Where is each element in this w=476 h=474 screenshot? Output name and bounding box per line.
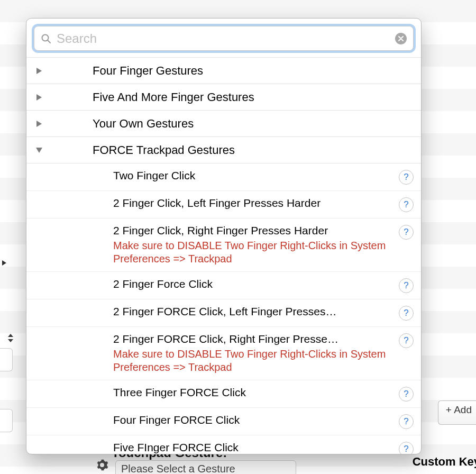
gear-icon[interactable] xyxy=(96,459,108,474)
help-icon[interactable]: ? xyxy=(399,333,414,348)
gesture-title: 2 Finger FORCE Click, Left Finger Presse… xyxy=(113,305,393,318)
force-gesture-list: Two Finger Click ? 2 Finger Click, Left … xyxy=(26,163,421,454)
help-icon[interactable]: ? xyxy=(399,414,414,429)
gesture-title: 2 Finger Click, Left Finger Presses Hard… xyxy=(113,197,393,209)
gesture-item[interactable]: 2 Finger Force Click ? xyxy=(26,271,421,299)
section-force-trackpad[interactable]: FORCE Trackpad Gestures xyxy=(26,136,421,163)
partial-control-box xyxy=(0,409,13,432)
add-button[interactable]: + Add xyxy=(438,400,476,425)
gesture-note: Make sure to DISABLE Two Finger Right-Cl… xyxy=(113,348,393,374)
left-panel-fragment xyxy=(0,0,16,474)
search-icon xyxy=(41,33,51,44)
gesture-item[interactable]: Three Finger FORCE Click ? xyxy=(26,380,421,407)
gesture-title: Five FInger FORCE Click xyxy=(113,441,393,454)
gesture-note: Make sure to DISABLE Two Finger Right-Cl… xyxy=(113,239,393,266)
gesture-title: 2 Finger Force Click xyxy=(113,278,393,290)
gesture-title: Four Finger FORCE Click xyxy=(113,414,393,426)
gesture-item[interactable]: Two Finger Click ? xyxy=(26,163,421,190)
gesture-title: Two Finger Click xyxy=(113,169,393,182)
gesture-item[interactable]: 2 Finger FORCE Click, Right Finger Press… xyxy=(26,326,421,380)
section-your-own[interactable]: Your Own Gestures xyxy=(26,110,421,136)
disclosure-triangle-icon[interactable] xyxy=(26,121,52,127)
help-icon[interactable]: ? xyxy=(399,197,414,212)
gesture-item[interactable]: 2 Finger Click, Right Finger Presses Har… xyxy=(26,218,421,271)
gesture-title: 2 Finger Click, Right Finger Presses Har… xyxy=(113,224,393,237)
gesture-item[interactable]: 2 Finger FORCE Click, Left Finger Presse… xyxy=(26,299,421,326)
disclosure-triangle-icon[interactable] xyxy=(26,148,52,153)
gesture-title: Three Finger FORCE Click xyxy=(113,386,393,399)
search-field[interactable] xyxy=(34,26,414,51)
gesture-title: 2 Finger FORCE Click, Right Finger Press… xyxy=(113,333,393,345)
gesture-item[interactable]: 2 Finger Click, Left Finger Presses Hard… xyxy=(26,190,421,218)
gesture-picker-popover: Four Finger Gestures Five And More Finge… xyxy=(26,18,422,454)
help-icon[interactable]: ? xyxy=(399,170,414,185)
help-icon[interactable]: ? xyxy=(399,278,414,293)
help-icon[interactable]: ? xyxy=(399,225,414,240)
custom-keyboard-label: Custom Key xyxy=(413,455,476,469)
svg-point-0 xyxy=(42,34,49,41)
disclosure-triangle-icon[interactable] xyxy=(26,94,52,101)
svg-line-1 xyxy=(48,40,51,43)
disclosure-triangle-icon[interactable] xyxy=(26,68,52,74)
clear-search-icon[interactable] xyxy=(395,33,407,44)
section-label: FORCE Trackpad Gestures xyxy=(52,143,421,157)
search-input[interactable] xyxy=(56,31,395,47)
gesture-item[interactable]: Four Finger FORCE Click ? xyxy=(26,407,421,435)
help-icon[interactable]: ? xyxy=(399,306,414,321)
help-icon[interactable]: ? xyxy=(399,387,414,402)
dropdown-arrow-icon[interactable] xyxy=(2,260,6,266)
section-five-and-more[interactable]: Five And More Finger Gestures xyxy=(26,84,421,110)
sort-stepper-icon[interactable] xyxy=(7,333,14,345)
section-label: Your Own Gestures xyxy=(52,117,421,131)
partial-control-box xyxy=(0,348,13,371)
section-four-finger[interactable]: Four Finger Gestures xyxy=(26,57,421,84)
section-label: Four Finger Gestures xyxy=(52,64,421,78)
help-icon[interactable]: ? xyxy=(399,442,414,454)
gesture-item[interactable]: Five FInger FORCE Click ? xyxy=(26,435,421,454)
section-label: Five And More Finger Gestures xyxy=(52,90,421,104)
gesture-select[interactable]: Please Select a Gesture xyxy=(115,460,296,474)
